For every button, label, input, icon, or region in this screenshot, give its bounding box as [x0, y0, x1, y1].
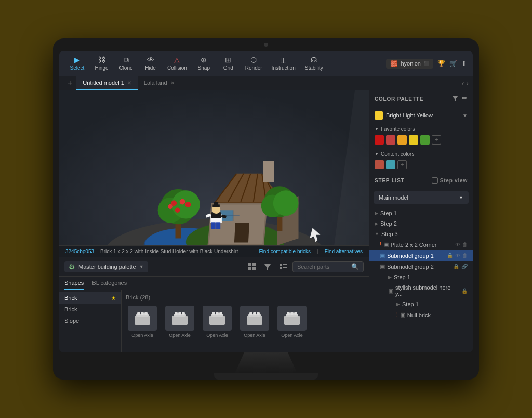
subgroup-1-delete-icon[interactable]: 🗑 — [462, 253, 468, 258]
right-panel: COLOR PALETTE ✏ Bright Light — [369, 90, 473, 352]
search-icon: 🔍 — [351, 263, 359, 270]
content-color-2[interactable] — [386, 160, 395, 169]
tab-lala-land-close[interactable]: ✕ — [170, 80, 175, 86]
stylish-sub-lock-icon[interactable]: 🔒 — [461, 288, 468, 294]
user-badge[interactable]: 🧱 hyonion ⬛ — [386, 59, 433, 69]
tool-grid[interactable]: ⊞ Grid — [217, 54, 240, 73]
cart-icon[interactable]: 🛒 — [449, 60, 457, 67]
subgroup-2-lock-icon[interactable]: 🔒 — [453, 264, 459, 269]
color-filter-icon[interactable] — [451, 95, 459, 103]
step-list-title: STEP LIST — [375, 178, 405, 184]
tool-clone[interactable]: ⧉ Clone — [114, 54, 138, 73]
favorite-colors-header[interactable]: ▼ Favorite colors — [375, 126, 468, 132]
color-palette-actions: ✏ — [451, 95, 468, 103]
part-item-3[interactable]: Open Axle — [201, 304, 234, 340]
fav-color-2[interactable] — [386, 135, 395, 145]
tab-lala-land[interactable]: Lala land ✕ — [138, 76, 181, 90]
fav-color-1[interactable] — [375, 135, 384, 145]
step-item-2[interactable]: ▶ Step 2 — [369, 218, 473, 229]
tab-bl-categories[interactable]: BL categories — [92, 280, 127, 290]
tool-snap[interactable]: ⊕ Snap — [192, 54, 216, 73]
svg-point-76 — [216, 312, 219, 315]
tab-shapes[interactable]: Shapes — [64, 280, 84, 290]
color-dropdown[interactable]: Bright Light Yellow ▼ — [369, 108, 473, 123]
step-sub-sub-step-1[interactable]: ▶ Step 1 — [369, 299, 473, 309]
tab-prev-icon[interactable]: ‹ — [462, 79, 464, 87]
find-compatible-link[interactable]: Find compatible bricks — [259, 249, 311, 254]
step-null-brick[interactable]: ! ▣ Null brick — [369, 309, 473, 320]
svg-marker-88 — [452, 96, 458, 101]
subgroup-1-lock-icon[interactable]: 🔒 — [447, 253, 453, 258]
grid-layout-button[interactable] — [246, 260, 258, 273]
tool-select-label: Select — [70, 65, 85, 71]
step-list: ▶ Step 1 ▶ Step 2 ▼ Step 3 — [369, 207, 473, 352]
scene-container[interactable] — [59, 90, 369, 245]
tab-next-icon[interactable]: › — [466, 79, 469, 87]
step-subgroup-2[interactable]: ▣ Submodel group 2 🔒 🔗 — [369, 261, 473, 272]
part-item-4[interactable]: Open Axle — [238, 304, 271, 340]
selected-color-name: Bright Light Yellow — [386, 112, 459, 119]
palette-select[interactable]: ⚙ Master building palette ▼ — [64, 261, 148, 272]
filter-button[interactable] — [261, 260, 274, 273]
tool-select[interactable]: ▶ Select — [65, 54, 89, 73]
trophy-icon[interactable]: 🏆 — [437, 60, 445, 67]
model-select[interactable]: Main model ▼ — [374, 191, 469, 204]
plate-corner-label: Plate 2 x 2 Corner — [391, 242, 437, 248]
step-item-1[interactable]: ▶ Step 1 — [369, 208, 473, 218]
fav-color-4[interactable] — [409, 135, 418, 145]
tool-collision-label: Collision — [167, 65, 187, 71]
tab-untitled-model-1[interactable]: Untitled model 1 ✕ — [76, 76, 138, 90]
tool-collision[interactable]: △ Collision — [163, 54, 191, 73]
tool-hinge[interactable]: ⛓ Hinge — [90, 54, 113, 73]
subgroup-2-link-icon[interactable]: 🔗 — [461, 264, 468, 269]
category-slope-label: Slope — [64, 318, 79, 324]
plate-hide-icon[interactable]: 👁 — [455, 242, 460, 247]
category-slope[interactable]: Slope — [59, 315, 121, 326]
tab-untitled-model-1-close[interactable]: ✕ — [127, 80, 131, 86]
step-view-checkbox[interactable] — [432, 177, 438, 184]
categories-list: Brick ★ Brick Slope — [59, 290, 122, 352]
step-stylish-sub[interactable]: ▣ stylish submodel here y... 🔒 — [369, 282, 473, 299]
color-edit-icon[interactable]: ✏ — [462, 95, 468, 103]
step-item-3[interactable]: ▼ Step 3 — [369, 229, 473, 239]
list-layout-button[interactable] — [277, 260, 289, 273]
fav-color-5[interactable] — [420, 135, 430, 145]
lego-scene-svg — [59, 90, 369, 245]
tab-add-button[interactable]: + — [63, 76, 76, 90]
subgroup-1-hide-icon[interactable]: 👁 — [455, 253, 460, 258]
category-brick-1[interactable]: Brick ★ — [59, 292, 121, 304]
upload-icon[interactable]: ⬆ — [461, 60, 467, 67]
part-item-5[interactable]: Open Axle — [275, 304, 309, 340]
category-brick-2[interactable]: Brick — [59, 304, 121, 315]
status-bar: 3245cbp053 Brick 1 x 2 x 2 with Inside S… — [59, 245, 369, 257]
parts-body: Brick ★ Brick Slope — [59, 290, 369, 352]
add-content-color-button[interactable]: + — [397, 160, 407, 169]
step-plate-corner[interactable]: ! ▣ Plate 2 x 2 Corner 👁 🗑 — [369, 239, 473, 250]
svg-point-29 — [168, 204, 172, 209]
tool-stability[interactable]: ☊ Stability — [301, 54, 327, 73]
plate-delete-icon[interactable]: 🗑 — [462, 242, 468, 247]
tool-hide[interactable]: 👁 Hide — [139, 54, 162, 73]
svg-point-80 — [249, 312, 252, 315]
part-item-2[interactable]: Open Axle — [163, 304, 196, 340]
search-input[interactable] — [297, 264, 349, 270]
content-colors-header[interactable]: ▼ Content colors — [375, 151, 468, 157]
subgroup-2-folder-icon: ▣ — [380, 263, 385, 270]
svg-point-30 — [185, 202, 191, 207]
step-view-label: Step view — [440, 178, 468, 184]
step-view-toggle[interactable]: Step view — [432, 177, 468, 184]
part-item-1[interactable]: Open Axle — [126, 304, 159, 340]
find-alternatives-link[interactable]: Find alternatives — [325, 249, 363, 254]
svg-rect-60 — [283, 264, 287, 265]
add-favorite-color-button[interactable]: + — [432, 135, 441, 145]
step-subgroup-1[interactable]: ▣ Submodel group 1 🔒 👁 🗑 — [369, 250, 473, 261]
tool-render[interactable]: ⬡ Render — [241, 54, 267, 73]
part-thumb-3 — [203, 306, 232, 331]
fav-color-3[interactable] — [397, 135, 407, 145]
content-color-1[interactable] — [375, 160, 384, 169]
selected-color-swatch — [375, 111, 383, 120]
tool-clone-label: Clone — [119, 65, 132, 71]
step-substep-1[interactable]: ▶ Step 1 — [369, 272, 473, 282]
tool-instruction[interactable]: ◫ Instruction — [268, 54, 300, 73]
stability-icon: ☊ — [311, 56, 317, 63]
